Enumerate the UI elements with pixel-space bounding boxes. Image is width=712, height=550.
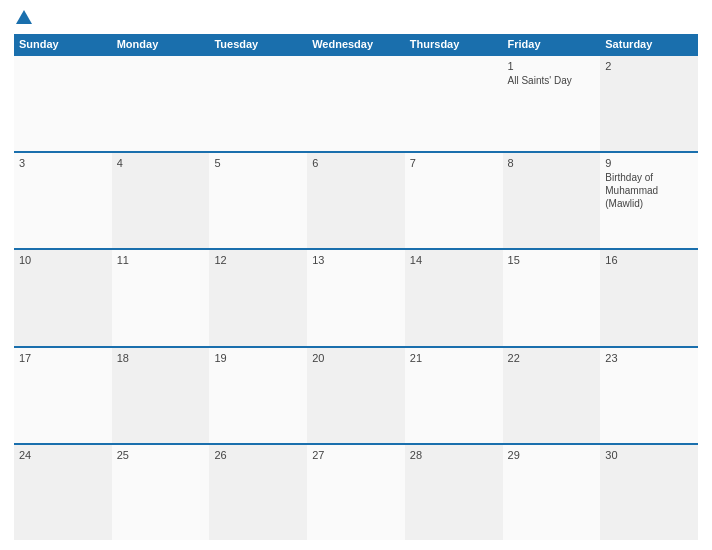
cal-cell-3-4: 21 <box>405 348 503 443</box>
cal-cell-3-2: 19 <box>209 348 307 443</box>
day-number: 5 <box>214 157 302 169</box>
cal-cell-1-0: 3 <box>14 153 112 248</box>
day-number: 2 <box>605 60 693 72</box>
cal-cell-2-4: 14 <box>405 250 503 345</box>
cal-cell-0-1 <box>112 56 210 151</box>
day-header-monday: Monday <box>112 34 210 54</box>
logo <box>14 10 32 26</box>
day-number: 17 <box>19 352 107 364</box>
day-number: 23 <box>605 352 693 364</box>
cal-cell-3-3: 20 <box>307 348 405 443</box>
cal-cell-3-6: 23 <box>600 348 698 443</box>
day-number: 19 <box>214 352 302 364</box>
cal-cell-2-0: 10 <box>14 250 112 345</box>
day-number: 18 <box>117 352 205 364</box>
cal-cell-4-3: 27 <box>307 445 405 540</box>
calendar-header: SundayMondayTuesdayWednesdayThursdayFrid… <box>14 34 698 54</box>
day-number: 11 <box>117 254 205 266</box>
day-number: 3 <box>19 157 107 169</box>
calendar-body: 1All Saints' Day23456789Birthday of Muha… <box>14 54 698 540</box>
header <box>14 10 698 26</box>
day-number: 30 <box>605 449 693 461</box>
day-number: 6 <box>312 157 400 169</box>
cal-cell-2-2: 12 <box>209 250 307 345</box>
cal-cell-1-1: 4 <box>112 153 210 248</box>
calendar-row-3: 17181920212223 <box>14 346 698 443</box>
logo-triangle-icon <box>16 10 32 24</box>
calendar-row-2: 10111213141516 <box>14 248 698 345</box>
cal-cell-3-1: 18 <box>112 348 210 443</box>
day-number: 27 <box>312 449 400 461</box>
cal-cell-4-1: 25 <box>112 445 210 540</box>
cal-cell-0-4 <box>405 56 503 151</box>
cal-cell-2-3: 13 <box>307 250 405 345</box>
day-number: 26 <box>214 449 302 461</box>
cal-cell-1-5: 8 <box>503 153 601 248</box>
cal-cell-0-5: 1All Saints' Day <box>503 56 601 151</box>
cal-cell-0-3 <box>307 56 405 151</box>
day-number: 10 <box>19 254 107 266</box>
cal-cell-2-1: 11 <box>112 250 210 345</box>
day-number: 8 <box>508 157 596 169</box>
cal-cell-0-2 <box>209 56 307 151</box>
event-text: Birthday of Muhammad (Mawlid) <box>605 172 658 209</box>
cal-cell-1-2: 5 <box>209 153 307 248</box>
cal-cell-1-4: 7 <box>405 153 503 248</box>
cal-cell-4-6: 30 <box>600 445 698 540</box>
cal-cell-4-2: 26 <box>209 445 307 540</box>
day-number: 7 <box>410 157 498 169</box>
cal-cell-0-6: 2 <box>600 56 698 151</box>
day-header-tuesday: Tuesday <box>209 34 307 54</box>
day-number: 12 <box>214 254 302 266</box>
day-number: 29 <box>508 449 596 461</box>
day-number: 21 <box>410 352 498 364</box>
day-number: 13 <box>312 254 400 266</box>
calendar-row-4: 24252627282930 <box>14 443 698 540</box>
day-number: 1 <box>508 60 596 72</box>
cal-cell-0-0 <box>14 56 112 151</box>
cal-cell-1-3: 6 <box>307 153 405 248</box>
day-number: 9 <box>605 157 693 169</box>
cal-cell-4-0: 24 <box>14 445 112 540</box>
cal-cell-2-6: 16 <box>600 250 698 345</box>
day-header-wednesday: Wednesday <box>307 34 405 54</box>
day-number: 22 <box>508 352 596 364</box>
cal-cell-1-6: 9Birthday of Muhammad (Mawlid) <box>600 153 698 248</box>
day-number: 15 <box>508 254 596 266</box>
day-number: 20 <box>312 352 400 364</box>
calendar: SundayMondayTuesdayWednesdayThursdayFrid… <box>14 34 698 540</box>
day-number: 25 <box>117 449 205 461</box>
day-header-friday: Friday <box>503 34 601 54</box>
day-header-saturday: Saturday <box>600 34 698 54</box>
day-header-sunday: Sunday <box>14 34 112 54</box>
day-header-thursday: Thursday <box>405 34 503 54</box>
calendar-row-0: 1All Saints' Day2 <box>14 54 698 151</box>
cal-cell-2-5: 15 <box>503 250 601 345</box>
day-number: 16 <box>605 254 693 266</box>
cal-cell-3-5: 22 <box>503 348 601 443</box>
day-number: 14 <box>410 254 498 266</box>
cal-cell-4-5: 29 <box>503 445 601 540</box>
day-number: 4 <box>117 157 205 169</box>
calendar-row-1: 3456789Birthday of Muhammad (Mawlid) <box>14 151 698 248</box>
cal-cell-4-4: 28 <box>405 445 503 540</box>
event-text: All Saints' Day <box>508 75 572 86</box>
cal-cell-3-0: 17 <box>14 348 112 443</box>
calendar-page: SundayMondayTuesdayWednesdayThursdayFrid… <box>0 0 712 550</box>
day-number: 24 <box>19 449 107 461</box>
day-number: 28 <box>410 449 498 461</box>
